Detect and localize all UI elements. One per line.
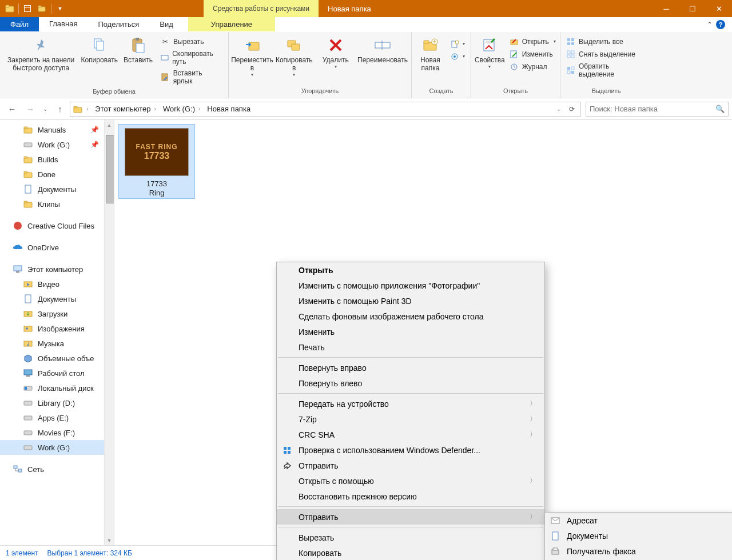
delete-button[interactable]: Удалить▾ bbox=[315, 33, 357, 71]
select-none-button[interactable]: Снять выделение bbox=[563, 48, 650, 61]
tab-share[interactable]: Поделиться bbox=[87, 17, 149, 31]
pc-item[interactable]: Изображения bbox=[0, 321, 114, 336]
breadcrumb[interactable]: › Этот компьютер› Work (G:)› Новая папка… bbox=[70, 102, 581, 117]
qa-item[interactable]: Builds bbox=[0, 152, 114, 167]
forward-button[interactable]: → bbox=[22, 101, 39, 118]
collapse-ribbon-icon[interactable]: ⌃ bbox=[707, 21, 713, 29]
maximize-button[interactable]: ☐ bbox=[679, 0, 706, 17]
cm-rotate-left[interactable]: Повернуть влево bbox=[277, 375, 544, 391]
tab-manage[interactable]: Управление bbox=[188, 17, 275, 31]
breadcrumb-seg-2[interactable]: Новая папка bbox=[204, 105, 254, 113]
cm-set-wallpaper[interactable]: Сделать фоновым изображением рабочего ст… bbox=[277, 309, 544, 324]
back-button[interactable]: ← bbox=[3, 101, 21, 118]
breadcrumb-seg-0[interactable]: Этот компьютер› bbox=[92, 105, 160, 113]
svg-rect-71 bbox=[24, 431, 32, 435]
tab-view[interactable]: Вид bbox=[149, 17, 184, 31]
history-button[interactable]: Журнал bbox=[506, 61, 559, 73]
paste-shortcut-button[interactable]: Вставить ярлык bbox=[157, 67, 226, 87]
cc-files[interactable]: Creative Cloud Files bbox=[0, 218, 114, 233]
cm-edit-photos[interactable]: Изменить с помощью приложения "Фотографи… bbox=[277, 278, 544, 293]
rename-button[interactable]: Переименовать bbox=[356, 33, 409, 66]
pc-item-selected[interactable]: Work (G:) bbox=[0, 440, 114, 455]
cm-cut[interactable]: Вырезать bbox=[277, 530, 544, 545]
pc-item[interactable]: Объемные объе bbox=[0, 351, 114, 366]
new-item-button[interactable]: ▾ bbox=[447, 38, 468, 50]
copy-path-button[interactable]: Скопировать путь bbox=[157, 48, 226, 67]
cm-7zip[interactable]: 7-Zip〉 bbox=[277, 411, 544, 427]
copy-button[interactable]: Копировать bbox=[79, 33, 119, 66]
pin-quick-access-button[interactable]: Закрепить на панели быстрого доступа bbox=[2, 33, 79, 74]
sm-mail-recipient[interactable]: Адресат bbox=[545, 513, 732, 528]
svg-rect-7 bbox=[97, 41, 104, 50]
up-button[interactable]: ↑ bbox=[51, 101, 69, 118]
cm-crc[interactable]: CRC SHA〉 bbox=[277, 427, 544, 442]
this-pc[interactable]: Этот компьютер bbox=[0, 262, 114, 277]
onedrive[interactable]: OneDrive bbox=[0, 240, 114, 255]
scroll-thumb[interactable] bbox=[106, 135, 114, 203]
recent-locations-button[interactable]: ⌄ bbox=[40, 101, 50, 118]
tab-home[interactable]: Главная bbox=[39, 17, 87, 31]
cm-edit[interactable]: Изменить bbox=[277, 324, 544, 339]
pc-item[interactable]: Library (D:) bbox=[0, 395, 114, 410]
search-box[interactable]: 🔍 bbox=[586, 102, 729, 117]
paste-button[interactable]: Вставить bbox=[119, 33, 157, 66]
cm-open[interactable]: Открыть bbox=[277, 262, 544, 278]
cm-rotate-right[interactable]: Повернуть вправо bbox=[277, 360, 544, 375]
cut-button[interactable]: ✂Вырезать bbox=[157, 35, 226, 48]
network[interactable]: Сеть bbox=[0, 462, 114, 477]
tree-scrollbar[interactable]: ▲ ▼ bbox=[104, 120, 114, 545]
sm-fax[interactable]: Получатель факса bbox=[545, 543, 732, 559]
pc-item[interactable]: Рабочий стол bbox=[0, 366, 114, 381]
edit-button[interactable]: Изменить bbox=[506, 48, 559, 61]
qa-item[interactable]: Клипы bbox=[0, 197, 114, 211]
breadcrumb-dropdown[interactable]: ⌄ bbox=[554, 106, 563, 112]
pc-item[interactable]: Видео bbox=[0, 277, 114, 291]
qa-item[interactable]: Done bbox=[0, 167, 114, 182]
file-item-selected[interactable]: FAST RING 17733 17733Ring bbox=[119, 125, 194, 198]
tab-file[interactable]: Файл bbox=[0, 17, 39, 31]
breadcrumb-seg-1[interactable]: Work (G:)› bbox=[160, 105, 204, 113]
properties-button[interactable]: Свойства▾ bbox=[474, 33, 506, 71]
copy-to-button[interactable]: Копировать в▾ bbox=[273, 33, 315, 79]
help-icon[interactable]: ? bbox=[716, 20, 725, 29]
cm-defender[interactable]: Проверка с использованием Windows Defend… bbox=[277, 442, 544, 458]
search-input[interactable] bbox=[590, 105, 712, 113]
qat-dropdown-icon[interactable]: ▼ bbox=[54, 2, 66, 15]
easy-access-button[interactable]: ▾ bbox=[447, 50, 468, 63]
cm-copy[interactable]: Копировать bbox=[277, 545, 544, 560]
ribbon-tabs: Файл Главная Поделиться Вид Управление ⌃… bbox=[0, 17, 732, 32]
sm-documents[interactable]: Документы bbox=[545, 528, 732, 543]
cm-edit-paint3d[interactable]: Изменить с помощью Paint 3D bbox=[277, 293, 544, 309]
pc-item[interactable]: Загрузки bbox=[0, 306, 114, 321]
select-invert-button[interactable]: Обратить выделение bbox=[563, 61, 650, 80]
refresh-button[interactable]: ⟳ bbox=[566, 103, 578, 115]
qa-item[interactable]: Work (G:)📌 bbox=[0, 137, 114, 152]
cm-restore[interactable]: Восстановить прежнюю версию bbox=[277, 489, 544, 504]
cm-print[interactable]: Печать bbox=[277, 339, 544, 355]
pc-item[interactable]: Документы bbox=[0, 291, 114, 306]
move-to-button[interactable]: Переместить в▾ bbox=[231, 33, 273, 79]
svg-rect-38 bbox=[571, 67, 574, 70]
group-organize: Переместить в▾ Копировать в▾ Удалить▾ Пе… bbox=[229, 32, 412, 98]
pc-item[interactable]: Музыка bbox=[0, 336, 114, 351]
cm-share[interactable]: Отправить bbox=[277, 458, 544, 473]
cm-send-to[interactable]: Отправить〉 bbox=[277, 509, 544, 525]
pc-item[interactable]: Apps (E:) bbox=[0, 410, 114, 425]
content-pane[interactable]: FAST RING 17733 17733Ring Открыть Измени… bbox=[114, 120, 732, 545]
cm-open-with[interactable]: Открыть с помощью〉 bbox=[277, 473, 544, 489]
cm-cast[interactable]: Передать на устройство〉 bbox=[277, 396, 544, 411]
qa-item[interactable]: Документы bbox=[0, 182, 114, 197]
new-folder-button[interactable]: Новая папка bbox=[414, 33, 447, 74]
select-all-button[interactable]: Выделить все bbox=[563, 35, 650, 48]
svg-rect-50 bbox=[25, 185, 31, 193]
open-button[interactable]: Открыть▾ bbox=[506, 35, 559, 48]
qat-newfolder-icon[interactable] bbox=[36, 2, 49, 15]
scroll-down[interactable]: ▼ bbox=[105, 535, 114, 545]
scroll-up[interactable]: ▲ bbox=[105, 120, 114, 130]
pc-item[interactable]: Movies (F:) bbox=[0, 425, 114, 440]
close-button[interactable]: ✕ bbox=[706, 0, 732, 17]
minimize-button[interactable]: ─ bbox=[653, 0, 679, 17]
qat-properties-icon[interactable] bbox=[21, 2, 34, 15]
qa-item[interactable]: Manuals📌 bbox=[0, 122, 114, 137]
pc-item[interactable]: Локальный диск bbox=[0, 381, 114, 395]
